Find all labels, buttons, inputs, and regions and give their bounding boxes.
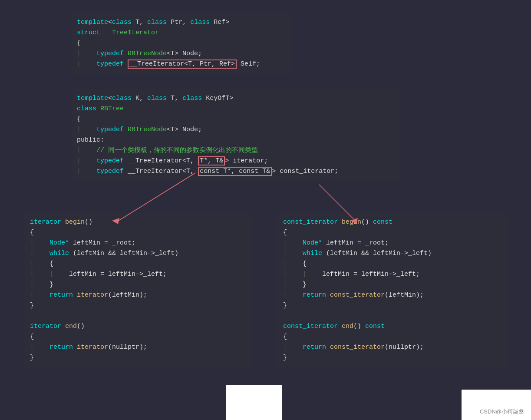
line: | return iterator(nullptr); (30, 342, 246, 353)
line: | | leftMin = leftMin->_left; (283, 269, 501, 280)
line: struct __TreeIterator (77, 28, 286, 38)
code-block-3: iterator begin() { | Node* leftMin = _ro… (24, 213, 252, 367)
line: | return iterator(leftMin); (30, 290, 246, 301)
watermark: CSDN@小柯柒桑 (480, 408, 524, 416)
line: | typedef __TreeIterator<T, Ptr, Ref> Se… (77, 59, 286, 69)
line: | typedef __TreeIterator<T, T*, T&> iter… (77, 156, 395, 166)
code-block-1: template<class T, class Ptr, class Ref> … (71, 13, 292, 74)
line: class RBTree (77, 104, 395, 114)
line: { (283, 332, 501, 342)
line (30, 311, 246, 321)
line: iterator begin() (30, 217, 246, 228)
line: | while (leftMin && leftMin->_left) (30, 248, 246, 259)
line: { (283, 228, 501, 238)
line: | return const_iterator(nullptr); (283, 342, 501, 353)
line: { (77, 114, 395, 125)
line: | while (leftMin && leftMin->_left) (283, 248, 501, 259)
line: | typedef RBTreeNode<T> Node; (77, 49, 286, 59)
code-block-2: template<class K, class T, class KeyOfT>… (71, 89, 401, 181)
line: } (283, 301, 501, 311)
line: template<class K, class T, class KeyOfT> (77, 93, 395, 104)
line: | // 同一个类模板，传的不同的参数实例化出的不同类型 (77, 146, 395, 156)
line: | Node* leftMin = _root; (30, 238, 246, 248)
line: public: (77, 135, 395, 146)
line: { (77, 38, 286, 49)
line: { (30, 332, 246, 342)
line: const_iterator end() const (283, 321, 501, 332)
code-block-4: const_iterator begin() const { | Node* l… (277, 213, 507, 367)
line: template<class T, class Ptr, class Ref> (77, 17, 286, 28)
line: | | leftMin = leftMin->_left; (30, 269, 246, 280)
line: | { (283, 259, 501, 269)
line: | typedef RBTreeNode<T> Node; (77, 125, 395, 135)
line: | return const_iterator(leftMin); (283, 290, 501, 301)
line: | typedef __TreeIterator<T, const T*, co… (77, 166, 395, 177)
line: } (283, 353, 501, 363)
line: | Node* leftMin = _root; (283, 238, 501, 248)
line: { (30, 228, 246, 238)
line: } (30, 301, 246, 311)
line: | } (30, 280, 246, 290)
line: const_iterator begin() const (283, 217, 501, 228)
line: | { (30, 259, 246, 269)
line: iterator end() (30, 321, 246, 332)
line: | } (283, 280, 501, 290)
line (283, 311, 501, 321)
line: } (30, 353, 246, 363)
white-box-left (226, 385, 282, 420)
